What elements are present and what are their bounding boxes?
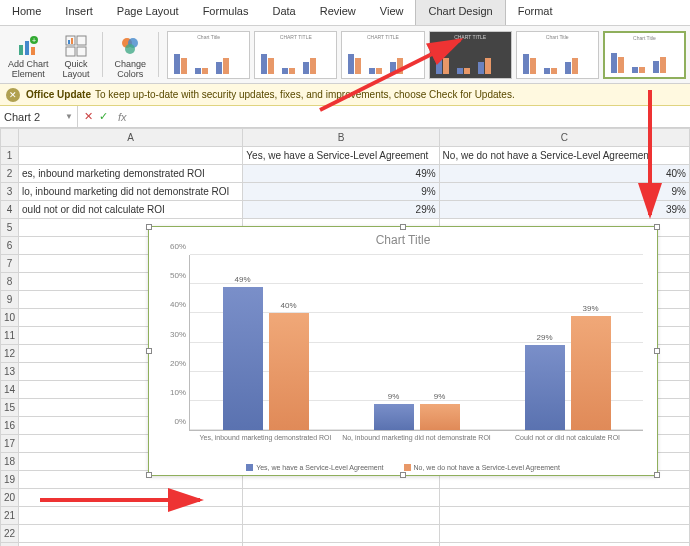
row-header[interactable]: 2 bbox=[1, 165, 19, 183]
tab-format[interactable]: Format bbox=[506, 0, 565, 25]
cell[interactable]: 40% bbox=[439, 165, 689, 183]
cell[interactable]: 29% bbox=[243, 201, 439, 219]
chart-style-3[interactable]: CHART TITLE bbox=[341, 31, 424, 79]
chart-style-2[interactable]: CHART TITLE bbox=[254, 31, 337, 79]
add-chart-element-button[interactable]: + Add Chart Element bbox=[4, 28, 53, 81]
change-colors-button[interactable]: Change Colors bbox=[111, 28, 151, 81]
chart-legend[interactable]: Yes, we have a Service-Level Agreement N… bbox=[149, 464, 657, 471]
style-thumb-title: Chart Title bbox=[517, 32, 598, 40]
bar[interactable]: 9% bbox=[420, 404, 460, 430]
resize-handle[interactable] bbox=[654, 224, 660, 230]
bar[interactable]: 39% bbox=[571, 316, 611, 430]
row-header[interactable]: 18 bbox=[1, 453, 19, 471]
chart-style-1[interactable]: Chart Title bbox=[167, 31, 250, 79]
row-header[interactable]: 3 bbox=[1, 183, 19, 201]
row-header[interactable]: 11 bbox=[1, 327, 19, 345]
ribbon-body: + Add Chart Element Quick Layout Change … bbox=[0, 26, 690, 84]
y-axis-tick: 20% bbox=[162, 358, 186, 367]
cell[interactable]: 39% bbox=[439, 201, 689, 219]
cell[interactable]: 49% bbox=[243, 165, 439, 183]
resize-handle[interactable] bbox=[654, 472, 660, 478]
row-header[interactable]: 15 bbox=[1, 399, 19, 417]
tab-chart-design[interactable]: Chart Design bbox=[415, 0, 505, 25]
row-header[interactable]: 23 bbox=[1, 543, 19, 547]
row-header[interactable]: 5 bbox=[1, 219, 19, 237]
row-header[interactable]: 17 bbox=[1, 435, 19, 453]
svg-rect-1 bbox=[25, 41, 29, 55]
confirm-icon[interactable]: ✓ bbox=[99, 110, 108, 123]
svg-rect-6 bbox=[77, 36, 86, 45]
tab-insert[interactable]: Insert bbox=[53, 0, 105, 25]
quick-layout-button[interactable]: Quick Layout bbox=[59, 28, 94, 81]
cell[interactable]: 9% bbox=[439, 183, 689, 201]
cancel-icon[interactable]: ✕ bbox=[84, 110, 93, 123]
col-header-a[interactable]: A bbox=[19, 129, 243, 147]
tab-data[interactable]: Data bbox=[260, 0, 307, 25]
resize-handle[interactable] bbox=[146, 224, 152, 230]
chart-style-6[interactable]: Chart Title bbox=[603, 31, 686, 79]
tab-home[interactable]: Home bbox=[0, 0, 53, 25]
chart-styles-gallery: Chart Title CHART TITLE CHART TITLE CHAR… bbox=[167, 28, 686, 81]
change-colors-icon bbox=[119, 35, 141, 57]
cell[interactable]: ould not or did not calculate ROI bbox=[19, 201, 243, 219]
tab-view[interactable]: View bbox=[368, 0, 416, 25]
svg-rect-5 bbox=[66, 36, 75, 45]
cell[interactable]: No, we do not have a Service-Level Agree… bbox=[439, 147, 689, 165]
resize-handle[interactable] bbox=[400, 224, 406, 230]
row-header[interactable]: 19 bbox=[1, 471, 19, 489]
svg-rect-10 bbox=[71, 38, 73, 44]
plot-area[interactable]: 0%10%20%30%40%50%60%49%40%Yes, inbound m… bbox=[189, 255, 643, 431]
resize-handle[interactable] bbox=[146, 348, 152, 354]
y-axis-tick: 50% bbox=[162, 271, 186, 280]
style-thumb-title: CHART TITLE bbox=[342, 32, 423, 40]
chart-title[interactable]: Chart Title bbox=[149, 227, 657, 247]
row-header[interactable]: 16 bbox=[1, 417, 19, 435]
cell[interactable]: Yes, we have a Service-Level Agreement bbox=[243, 147, 439, 165]
formula-input[interactable] bbox=[131, 106, 690, 127]
cell[interactable]: es, inbound marketing demonstrated ROI bbox=[19, 165, 243, 183]
svg-rect-9 bbox=[68, 40, 70, 44]
row-header[interactable]: 21 bbox=[1, 507, 19, 525]
resize-handle[interactable] bbox=[654, 348, 660, 354]
bar[interactable]: 49% bbox=[223, 287, 263, 430]
row-header[interactable]: 10 bbox=[1, 309, 19, 327]
worksheet[interactable]: A B C 1 Yes, we have a Service-Level Agr… bbox=[0, 128, 690, 546]
col-header-b[interactable]: B bbox=[243, 129, 439, 147]
row-header[interactable]: 14 bbox=[1, 381, 19, 399]
name-box-value: Chart 2 bbox=[4, 111, 40, 123]
tab-formulas[interactable]: Formulas bbox=[191, 0, 261, 25]
cell[interactable]: 9% bbox=[243, 183, 439, 201]
row-header[interactable]: 1 bbox=[1, 147, 19, 165]
name-box[interactable]: Chart 2 ▼ bbox=[0, 106, 78, 127]
row-header[interactable]: 8 bbox=[1, 273, 19, 291]
cell[interactable] bbox=[19, 147, 243, 165]
chart-style-4[interactable]: CHART TITLE bbox=[429, 31, 512, 79]
chevron-down-icon: ▼ bbox=[65, 112, 73, 121]
cell[interactable]: lo, inbound marketing did not demonstrat… bbox=[19, 183, 243, 201]
row-header[interactable]: 12 bbox=[1, 345, 19, 363]
bar[interactable]: 29% bbox=[525, 345, 565, 430]
embedded-chart[interactable]: Chart Title 0%10%20%30%40%50%60%49%40%Ye… bbox=[148, 226, 658, 476]
col-header-c[interactable]: C bbox=[439, 129, 689, 147]
notification-message: To keep up-to-date with security updates… bbox=[95, 89, 515, 100]
add-chart-element-label: Add Chart Element bbox=[8, 59, 49, 79]
tab-page-layout[interactable]: Page Layout bbox=[105, 0, 191, 25]
y-axis-tick: 60% bbox=[162, 242, 186, 251]
row-header[interactable]: 7 bbox=[1, 255, 19, 273]
row-header[interactable]: 13 bbox=[1, 363, 19, 381]
row-header[interactable]: 4 bbox=[1, 201, 19, 219]
bar[interactable]: 40% bbox=[269, 313, 309, 430]
row-header[interactable]: 9 bbox=[1, 291, 19, 309]
resize-handle[interactable] bbox=[400, 472, 406, 478]
resize-handle[interactable] bbox=[146, 472, 152, 478]
tab-review[interactable]: Review bbox=[308, 0, 368, 25]
select-all-corner[interactable] bbox=[1, 129, 19, 147]
close-icon[interactable]: ✕ bbox=[6, 88, 20, 102]
fx-label: fx bbox=[114, 111, 131, 123]
row-header[interactable]: 22 bbox=[1, 525, 19, 543]
row-header[interactable]: 6 bbox=[1, 237, 19, 255]
chart-style-5[interactable]: Chart Title bbox=[516, 31, 599, 79]
row-header[interactable]: 20 bbox=[1, 489, 19, 507]
bar[interactable]: 9% bbox=[374, 404, 414, 430]
data-label: 49% bbox=[223, 275, 263, 284]
